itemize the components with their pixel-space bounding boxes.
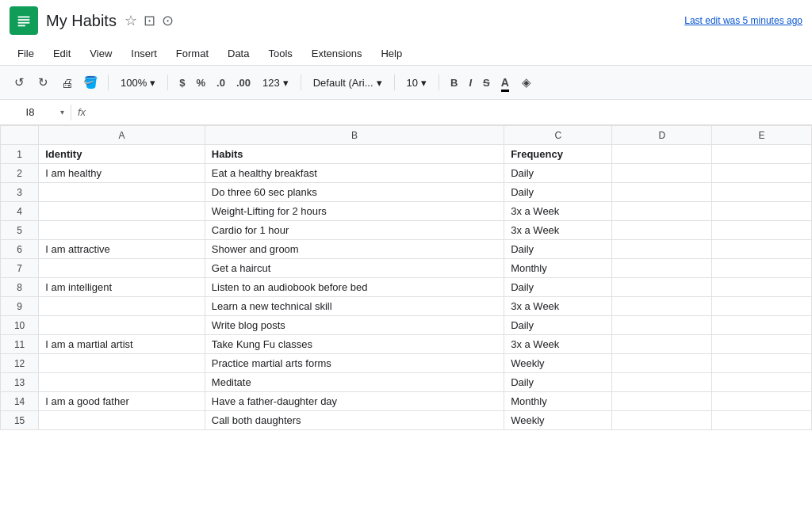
cell-13-D[interactable] [612,373,712,392]
table-row[interactable]: 3Do three 60 sec planksDaily [1,183,812,202]
cell-7-A[interactable] [39,259,205,278]
cell-8-A[interactable]: I am intelligent [39,278,205,297]
table-row[interactable]: 11I am a martial artistTake Kung Fu clas… [1,335,812,354]
cell-7-E[interactable] [712,259,812,278]
cell-4-D[interactable] [612,202,712,221]
cell-10-E[interactable] [712,316,812,335]
cell-13-E[interactable] [712,373,812,392]
cell-9-B[interactable]: Learn a new technical skill [205,297,504,316]
undo-button[interactable]: ↺ [8,71,30,93]
cell-1-C[interactable]: Frequency [504,145,612,164]
cell-2-E[interactable] [712,164,812,183]
cell-12-B[interactable]: Practice martial arts forms [205,354,504,373]
menu-data[interactable]: Data [220,44,257,63]
cell-3-E[interactable] [712,183,812,202]
cell-5-B[interactable]: Cardio for 1 hour [205,221,504,240]
cell-5-D[interactable] [612,221,712,240]
cell-4-A[interactable] [39,202,205,221]
column-header-c[interactable]: C [504,126,612,145]
menu-view[interactable]: View [82,44,120,63]
menu-tools[interactable]: Tools [260,44,300,63]
cell-15-A[interactable] [39,411,205,430]
cell-10-B[interactable]: Write blog posts [205,316,504,335]
cell-1-B[interactable]: Habits [205,145,504,164]
menu-help[interactable]: Help [373,44,410,63]
cell-3-A[interactable] [39,183,205,202]
cell-7-C[interactable]: Monthly [504,259,612,278]
table-row[interactable]: 15Call both daughtersWeekly [1,411,812,430]
cell-3-D[interactable] [612,183,712,202]
cell-5-A[interactable] [39,221,205,240]
table-row[interactable]: 4Weight-Lifting for 2 hours3x a Week [1,202,812,221]
cell-11-A[interactable]: I am a martial artist [39,335,205,354]
table-row[interactable]: 13MeditateDaily [1,373,812,392]
cell-12-E[interactable] [712,354,812,373]
column-header-b[interactable]: B [205,126,504,145]
redo-button[interactable]: ↻ [32,71,54,93]
menu-insert[interactable]: Insert [123,44,165,63]
table-row[interactable]: 7Get a haircutMonthly [1,259,812,278]
cell-9-E[interactable] [712,297,812,316]
cell-7-D[interactable] [612,259,712,278]
cell-11-C[interactable]: 3x a Week [504,335,612,354]
table-row[interactable]: 14I am a good fatherHave a father-daught… [1,392,812,411]
cell-6-C[interactable]: Daily [504,240,612,259]
cell-14-E[interactable] [712,392,812,411]
add-to-drive-icon[interactable]: ⊡ [144,12,155,29]
cell-13-A[interactable] [39,373,205,392]
cell-9-D[interactable] [612,297,712,316]
bold-button[interactable]: B [446,74,462,91]
cell-13-B[interactable]: Meditate [205,373,504,392]
formula-input[interactable] [92,106,806,118]
cell-11-B[interactable]: Take Kung Fu classes [205,335,504,354]
table-row[interactable]: 1IdentityHabitsFrequency [1,145,812,164]
zoom-select[interactable]: 100% ▾ [115,74,161,91]
cell-4-C[interactable]: 3x a Week [504,202,612,221]
cell-7-B[interactable]: Get a haircut [205,259,504,278]
cell-15-C[interactable]: Weekly [504,411,612,430]
column-header-e[interactable]: E [712,126,812,145]
table-row[interactable]: 9Learn a new technical skill3x a Week [1,297,812,316]
cell-6-E[interactable] [712,240,812,259]
cell-10-A[interactable] [39,316,205,335]
cell-6-A[interactable]: I am attractive [39,240,205,259]
menu-edit[interactable]: Edit [45,44,79,63]
menu-format[interactable]: Format [168,44,216,63]
decimal-decrease-button[interactable]: .0 [212,74,230,91]
cell-15-D[interactable] [612,411,712,430]
cell-14-C[interactable]: Monthly [504,392,612,411]
table-row[interactable]: 6I am attractiveShower and groomDaily [1,240,812,259]
table-row[interactable]: 5Cardio for 1 hour3x a Week [1,221,812,240]
cell-8-D[interactable] [612,278,712,297]
cell-1-A[interactable]: Identity [39,145,205,164]
cell-5-E[interactable] [712,221,812,240]
menu-file[interactable]: File [10,44,42,63]
cell-8-E[interactable] [712,278,812,297]
cell-1-D[interactable] [612,145,712,164]
cell-12-D[interactable] [612,354,712,373]
percent-button[interactable]: % [191,74,210,91]
cell-1-E[interactable] [712,145,812,164]
table-row[interactable]: 8I am intelligentListen to an audiobook … [1,278,812,297]
cell-2-D[interactable] [612,164,712,183]
cell-4-B[interactable]: Weight-Lifting for 2 hours [205,202,504,221]
cell-9-A[interactable] [39,297,205,316]
cell-ref-dropdown-icon[interactable]: ▾ [60,108,64,116]
cell-11-E[interactable] [712,335,812,354]
column-header-d[interactable]: D [612,126,712,145]
strikethrough-button[interactable]: S [478,74,495,91]
cell-10-C[interactable]: Daily [504,316,612,335]
cell-2-C[interactable]: Daily [504,164,612,183]
cloud-icon[interactable]: ⊙ [162,12,174,29]
cell-6-D[interactable] [612,240,712,259]
cell-14-A[interactable]: I am a good father [39,392,205,411]
cell-5-C[interactable]: 3x a Week [504,221,612,240]
italic-button[interactable]: I [464,74,477,91]
last-edit-status[interactable]: Last edit was 5 minutes ago [684,15,802,26]
cell-reference-input[interactable] [6,106,54,118]
fill-color-button[interactable]: ◈ [515,71,538,93]
cell-15-B[interactable]: Call both daughters [205,411,504,430]
cell-13-C[interactable]: Daily [504,373,612,392]
cell-9-C[interactable]: 3x a Week [504,297,612,316]
cell-15-E[interactable] [712,411,812,430]
